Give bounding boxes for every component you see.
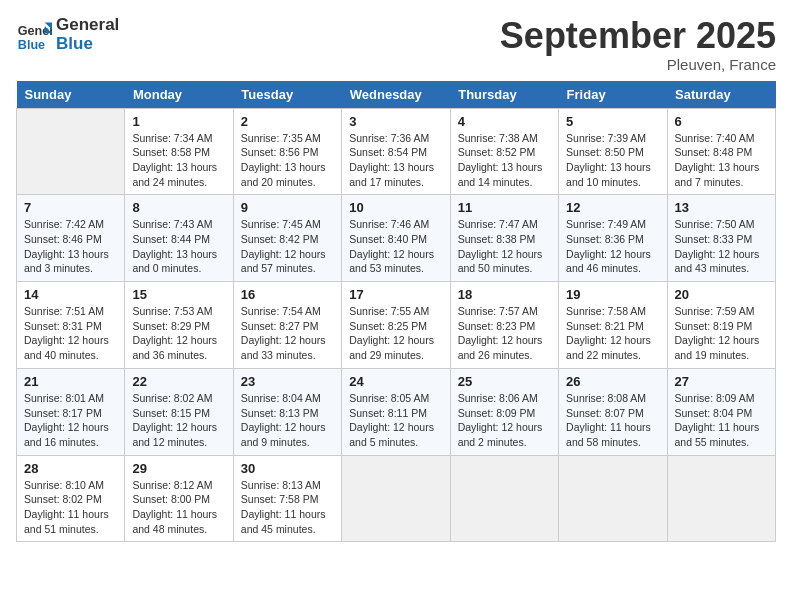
day-info: Sunrise: 7:36 AM Sunset: 8:54 PM Dayligh…: [349, 131, 442, 190]
day-info: Sunrise: 7:45 AM Sunset: 8:42 PM Dayligh…: [241, 217, 334, 276]
day-info: Sunrise: 7:54 AM Sunset: 8:27 PM Dayligh…: [241, 304, 334, 363]
day-info: Sunrise: 7:40 AM Sunset: 8:48 PM Dayligh…: [675, 131, 768, 190]
calendar-cell: 1Sunrise: 7:34 AM Sunset: 8:58 PM Daylig…: [125, 108, 233, 195]
day-info: Sunrise: 7:58 AM Sunset: 8:21 PM Dayligh…: [566, 304, 659, 363]
calendar-week-2: 7Sunrise: 7:42 AM Sunset: 8:46 PM Daylig…: [17, 195, 776, 282]
day-number: 11: [458, 200, 551, 215]
calendar-cell: 17Sunrise: 7:55 AM Sunset: 8:25 PM Dayli…: [342, 282, 450, 369]
day-info: Sunrise: 7:35 AM Sunset: 8:56 PM Dayligh…: [241, 131, 334, 190]
calendar-cell: 20Sunrise: 7:59 AM Sunset: 8:19 PM Dayli…: [667, 282, 775, 369]
calendar-table: SundayMondayTuesdayWednesdayThursdayFrid…: [16, 81, 776, 543]
day-info: Sunrise: 7:42 AM Sunset: 8:46 PM Dayligh…: [24, 217, 117, 276]
header-thursday: Thursday: [450, 81, 558, 109]
calendar-cell: [342, 455, 450, 542]
day-number: 7: [24, 200, 117, 215]
day-info: Sunrise: 7:49 AM Sunset: 8:36 PM Dayligh…: [566, 217, 659, 276]
day-info: Sunrise: 7:50 AM Sunset: 8:33 PM Dayligh…: [675, 217, 768, 276]
day-number: 9: [241, 200, 334, 215]
day-info: Sunrise: 8:08 AM Sunset: 8:07 PM Dayligh…: [566, 391, 659, 450]
header-wednesday: Wednesday: [342, 81, 450, 109]
calendar-cell: 19Sunrise: 7:58 AM Sunset: 8:21 PM Dayli…: [559, 282, 667, 369]
day-info: Sunrise: 7:34 AM Sunset: 8:58 PM Dayligh…: [132, 131, 225, 190]
calendar-cell: 16Sunrise: 7:54 AM Sunset: 8:27 PM Dayli…: [233, 282, 341, 369]
day-number: 26: [566, 374, 659, 389]
day-info: Sunrise: 8:02 AM Sunset: 8:15 PM Dayligh…: [132, 391, 225, 450]
calendar-week-3: 14Sunrise: 7:51 AM Sunset: 8:31 PM Dayli…: [17, 282, 776, 369]
day-info: Sunrise: 7:57 AM Sunset: 8:23 PM Dayligh…: [458, 304, 551, 363]
calendar-cell: 26Sunrise: 8:08 AM Sunset: 8:07 PM Dayli…: [559, 368, 667, 455]
calendar-cell: [667, 455, 775, 542]
day-info: Sunrise: 8:06 AM Sunset: 8:09 PM Dayligh…: [458, 391, 551, 450]
day-info: Sunrise: 7:46 AM Sunset: 8:40 PM Dayligh…: [349, 217, 442, 276]
day-number: 8: [132, 200, 225, 215]
day-number: 6: [675, 114, 768, 129]
calendar-cell: 21Sunrise: 8:01 AM Sunset: 8:17 PM Dayli…: [17, 368, 125, 455]
location-subtitle: Pleuven, France: [500, 56, 776, 73]
calendar-cell: 29Sunrise: 8:12 AM Sunset: 8:00 PM Dayli…: [125, 455, 233, 542]
calendar-cell: 10Sunrise: 7:46 AM Sunset: 8:40 PM Dayli…: [342, 195, 450, 282]
calendar-cell: 25Sunrise: 8:06 AM Sunset: 8:09 PM Dayli…: [450, 368, 558, 455]
day-number: 23: [241, 374, 334, 389]
day-info: Sunrise: 8:10 AM Sunset: 8:02 PM Dayligh…: [24, 478, 117, 537]
calendar-cell: 3Sunrise: 7:36 AM Sunset: 8:54 PM Daylig…: [342, 108, 450, 195]
calendar-cell: 14Sunrise: 7:51 AM Sunset: 8:31 PM Dayli…: [17, 282, 125, 369]
day-info: Sunrise: 8:04 AM Sunset: 8:13 PM Dayligh…: [241, 391, 334, 450]
day-info: Sunrise: 8:05 AM Sunset: 8:11 PM Dayligh…: [349, 391, 442, 450]
calendar-header-row: SundayMondayTuesdayWednesdayThursdayFrid…: [17, 81, 776, 109]
calendar-cell: 27Sunrise: 8:09 AM Sunset: 8:04 PM Dayli…: [667, 368, 775, 455]
day-number: 15: [132, 287, 225, 302]
calendar-body: 1Sunrise: 7:34 AM Sunset: 8:58 PM Daylig…: [17, 108, 776, 542]
day-number: 10: [349, 200, 442, 215]
calendar-cell: 18Sunrise: 7:57 AM Sunset: 8:23 PM Dayli…: [450, 282, 558, 369]
day-info: Sunrise: 7:43 AM Sunset: 8:44 PM Dayligh…: [132, 217, 225, 276]
calendar-cell: 28Sunrise: 8:10 AM Sunset: 8:02 PM Dayli…: [17, 455, 125, 542]
calendar-cell: 8Sunrise: 7:43 AM Sunset: 8:44 PM Daylig…: [125, 195, 233, 282]
calendar-cell: 15Sunrise: 7:53 AM Sunset: 8:29 PM Dayli…: [125, 282, 233, 369]
day-number: 20: [675, 287, 768, 302]
calendar-cell: 24Sunrise: 8:05 AM Sunset: 8:11 PM Dayli…: [342, 368, 450, 455]
calendar-cell: 7Sunrise: 7:42 AM Sunset: 8:46 PM Daylig…: [17, 195, 125, 282]
calendar-cell: 9Sunrise: 7:45 AM Sunset: 8:42 PM Daylig…: [233, 195, 341, 282]
day-number: 4: [458, 114, 551, 129]
day-number: 30: [241, 461, 334, 476]
month-title: September 2025: [500, 16, 776, 56]
day-number: 27: [675, 374, 768, 389]
day-number: 24: [349, 374, 442, 389]
day-info: Sunrise: 7:53 AM Sunset: 8:29 PM Dayligh…: [132, 304, 225, 363]
day-number: 25: [458, 374, 551, 389]
calendar-cell: 12Sunrise: 7:49 AM Sunset: 8:36 PM Dayli…: [559, 195, 667, 282]
day-number: 3: [349, 114, 442, 129]
day-number: 16: [241, 287, 334, 302]
header-monday: Monday: [125, 81, 233, 109]
day-info: Sunrise: 8:13 AM Sunset: 7:58 PM Dayligh…: [241, 478, 334, 537]
day-number: 12: [566, 200, 659, 215]
logo-blue: Blue: [56, 35, 119, 54]
logo-icon: General Blue: [16, 17, 52, 53]
calendar-cell: 30Sunrise: 8:13 AM Sunset: 7:58 PM Dayli…: [233, 455, 341, 542]
calendar-cell: [17, 108, 125, 195]
header-friday: Friday: [559, 81, 667, 109]
day-number: 28: [24, 461, 117, 476]
day-info: Sunrise: 7:38 AM Sunset: 8:52 PM Dayligh…: [458, 131, 551, 190]
day-number: 5: [566, 114, 659, 129]
calendar-week-4: 21Sunrise: 8:01 AM Sunset: 8:17 PM Dayli…: [17, 368, 776, 455]
calendar-cell: 13Sunrise: 7:50 AM Sunset: 8:33 PM Dayli…: [667, 195, 775, 282]
header-saturday: Saturday: [667, 81, 775, 109]
day-number: 1: [132, 114, 225, 129]
calendar-cell: [450, 455, 558, 542]
day-number: 2: [241, 114, 334, 129]
calendar-week-5: 28Sunrise: 8:10 AM Sunset: 8:02 PM Dayli…: [17, 455, 776, 542]
calendar-cell: 4Sunrise: 7:38 AM Sunset: 8:52 PM Daylig…: [450, 108, 558, 195]
day-info: Sunrise: 8:01 AM Sunset: 8:17 PM Dayligh…: [24, 391, 117, 450]
day-number: 29: [132, 461, 225, 476]
calendar-cell: 22Sunrise: 8:02 AM Sunset: 8:15 PM Dayli…: [125, 368, 233, 455]
calendar-cell: 6Sunrise: 7:40 AM Sunset: 8:48 PM Daylig…: [667, 108, 775, 195]
calendar-cell: [559, 455, 667, 542]
title-block: September 2025 Pleuven, France: [500, 16, 776, 73]
day-number: 13: [675, 200, 768, 215]
logo-general: General: [56, 16, 119, 35]
day-info: Sunrise: 7:39 AM Sunset: 8:50 PM Dayligh…: [566, 131, 659, 190]
day-info: Sunrise: 7:55 AM Sunset: 8:25 PM Dayligh…: [349, 304, 442, 363]
day-number: 21: [24, 374, 117, 389]
day-info: Sunrise: 7:51 AM Sunset: 8:31 PM Dayligh…: [24, 304, 117, 363]
